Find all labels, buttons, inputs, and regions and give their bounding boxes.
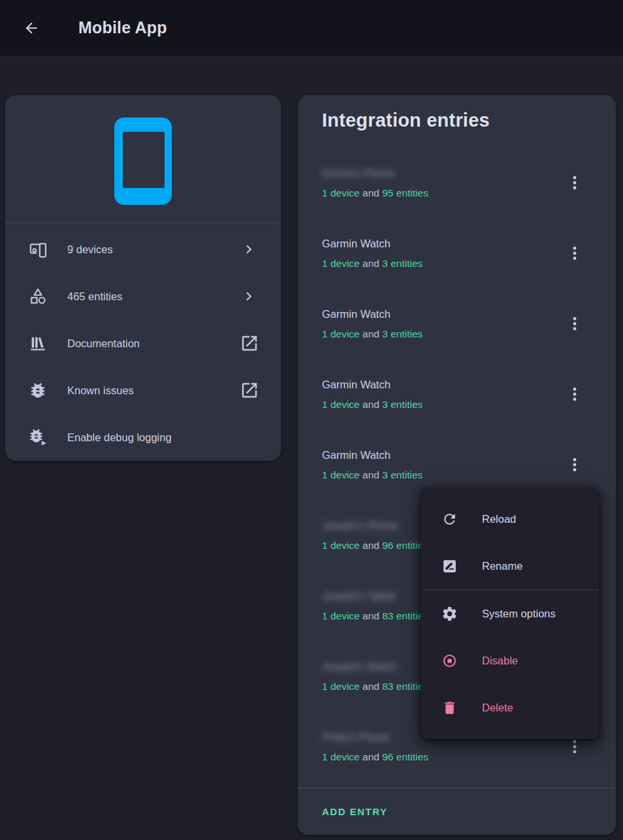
- back-button[interactable]: [18, 15, 44, 41]
- chevron-right-icon: [240, 241, 257, 258]
- bookshelf-icon: [28, 334, 48, 353]
- entry-name-redacted: Joseph's Phone: [322, 518, 398, 533]
- entry-entities-link[interactable]: 3 entities: [382, 399, 423, 410]
- entry-name-redacted: Joseph's Watch: [322, 659, 397, 674]
- dots-vertical-icon: [566, 385, 584, 403]
- menu-item-disable[interactable]: Disable: [421, 637, 599, 684]
- entry-devices-link[interactable]: 1 device: [322, 328, 360, 339]
- entry-summary-connector: and: [360, 258, 382, 269]
- info-row-known-issues[interactable]: Known issues: [5, 367, 281, 414]
- dots-vertical-icon: [566, 174, 584, 192]
- menu-item-label: System options: [482, 608, 556, 620]
- entry-overflow-button[interactable]: [566, 244, 584, 262]
- entry-summary-connector: and: [360, 328, 382, 339]
- entry-devices-link[interactable]: 1 device: [322, 540, 360, 551]
- entry-summary-connector: and: [360, 469, 382, 480]
- info-row-label: 9 devices: [67, 243, 113, 256]
- integration-icon-header: [5, 95, 281, 223]
- reload-icon: [441, 511, 458, 527]
- entry-entities-link[interactable]: 3 entities: [382, 258, 423, 269]
- cellphone-icon-screen: [123, 132, 165, 188]
- info-row-documentation[interactable]: Documentation: [5, 320, 281, 367]
- entry-entities-link[interactable]: 3 entities: [382, 469, 423, 480]
- delete-icon: [441, 700, 458, 716]
- open-in-new-icon: [240, 381, 259, 400]
- page-title: Mobile App: [78, 18, 167, 37]
- entry-devices-link[interactable]: 1 device: [322, 681, 360, 692]
- add-entry-button[interactable]: ADD ENTRY: [322, 806, 387, 817]
- entry-name-redacted: Philip's Phone: [322, 730, 390, 744]
- entry-summary-connector: and: [360, 610, 382, 621]
- menu-item-rename[interactable]: Rename: [421, 542, 599, 589]
- entry-name-redacted: Emma's Phone: [322, 166, 394, 180]
- entry-summary-connector: and: [360, 187, 382, 198]
- entry-entities-link[interactable]: 96 entities: [382, 751, 428, 762]
- bug-icon: [28, 381, 48, 400]
- menu-item-label: Disable: [482, 655, 518, 667]
- cog-icon: [441, 606, 458, 622]
- entry-overflow-button[interactable]: [566, 174, 584, 192]
- bug-play-icon: [28, 428, 48, 447]
- info-row-9-devices[interactable]: 9 devices: [5, 226, 281, 273]
- integration-entry-row: Garmin Watch1 device and 3 entities: [298, 359, 616, 429]
- dots-vertical-icon: [566, 244, 584, 262]
- entry-context-menu: ReloadRenameSystem optionsDisableDelete: [421, 488, 599, 739]
- entry-overflow-button[interactable]: [566, 315, 584, 333]
- entry-devices-link[interactable]: 1 device: [322, 610, 360, 621]
- integration-entry-row: Emma's Phone1 device and 95 entities: [298, 148, 616, 218]
- menu-item-reload[interactable]: Reload: [421, 495, 599, 542]
- entry-devices-link[interactable]: 1 device: [322, 187, 360, 198]
- entry-summary-connector: and: [360, 399, 382, 410]
- integration-info-card: 9 devices465 entitiesDocumentationKnown …: [5, 95, 281, 461]
- info-row-label: Known issues: [67, 384, 134, 397]
- menu-item-label: Delete: [482, 702, 513, 714]
- entry-entities-link[interactable]: 3 entities: [382, 328, 423, 339]
- entry-devices-link[interactable]: 1 device: [322, 399, 360, 410]
- menu-item-label: Rename: [482, 560, 522, 572]
- stop-circle-icon: [441, 653, 458, 669]
- info-row-list: 9 devices465 entitiesDocumentationKnown …: [5, 226, 281, 461]
- integration-entry-row: Garmin Watch1 device and 3 entities: [298, 218, 616, 288]
- entry-devices-link[interactable]: 1 device: [322, 258, 360, 269]
- rename-box-icon: [441, 558, 458, 574]
- entry-overflow-button[interactable]: [566, 738, 584, 756]
- info-row-465-entities[interactable]: 465 entities: [5, 273, 281, 320]
- dots-vertical-icon: [566, 456, 584, 474]
- entry-overflow-button[interactable]: [566, 456, 584, 474]
- menu-item-system-options[interactable]: System options: [421, 590, 599, 637]
- cellphone-icon: [114, 117, 172, 205]
- dots-vertical-icon: [566, 315, 584, 333]
- menu-item-delete[interactable]: Delete: [421, 684, 599, 731]
- chevron-right-icon: [240, 288, 257, 305]
- info-row-label: Enable debug logging: [67, 431, 172, 444]
- shapes-icon: [28, 287, 48, 306]
- menu-item-label: Reload: [482, 513, 516, 525]
- app-bar: Mobile App: [0, 0, 623, 55]
- info-row-enable-debug-logging[interactable]: Enable debug logging: [5, 414, 281, 461]
- devices-icon: [28, 240, 48, 259]
- entry-name-redacted: Joseph's Tablet: [322, 589, 396, 603]
- info-row-label: Documentation: [67, 337, 140, 350]
- entries-card-title: Integration entries: [322, 110, 490, 131]
- entry-devices-link[interactable]: 1 device: [322, 469, 360, 480]
- entry-overflow-button[interactable]: [566, 385, 584, 403]
- info-row-label: 465 entities: [67, 290, 122, 303]
- entry-summary-connector: and: [360, 681, 382, 692]
- entries-footer: ADD ENTRY: [298, 788, 616, 835]
- entry-entities-link[interactable]: 95 entities: [382, 187, 428, 198]
- integration-entry-row: Garmin Watch1 device and 3 entities: [298, 288, 616, 359]
- dots-vertical-icon: [566, 738, 584, 756]
- open-in-new-icon: [240, 334, 259, 353]
- entry-summary-connector: and: [360, 540, 382, 551]
- arrow-left-icon: [23, 20, 40, 37]
- entry-devices-link[interactable]: 1 device: [322, 751, 360, 762]
- entry-summary-connector: and: [360, 751, 382, 762]
